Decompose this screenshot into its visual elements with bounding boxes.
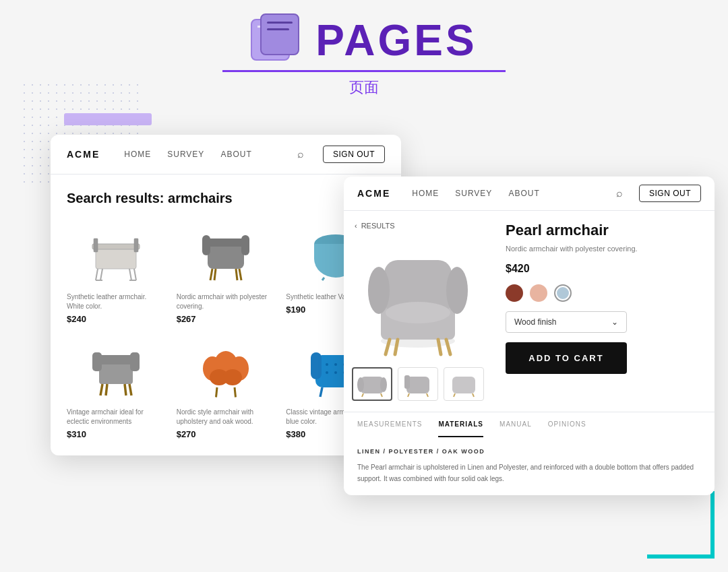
detail-content: LINEN / POLYESTER / OAK WOOD The Pearl a… [344, 437, 715, 495]
detail-signout-button[interactable]: SIGN OUT [639, 185, 701, 202]
back-chevron-icon: ‹ [355, 222, 357, 230]
svg-line-69 [454, 393, 455, 397]
detail-window: ACME HOME SURVEY ABOUT ⌕ SIGN OUT ‹ RESU… [344, 177, 715, 495]
materials-tags: LINEN / POLYESTER / OAK WOOD [357, 448, 701, 455]
logo-area: PAGES [251, 13, 477, 67]
product-name: Pearl armchair [506, 222, 701, 239]
svg-rect-26 [130, 352, 140, 371]
search-icon[interactable]: ⌕ [297, 148, 304, 160]
detail-nav-brand: ACME [357, 188, 390, 199]
back-to-results[interactable]: ‹ RESULTS [355, 222, 395, 230]
logo-icon [251, 13, 305, 67]
header-area: PAGES 页面 [0, 13, 728, 98]
svg-point-44 [326, 371, 328, 374]
thumbnail-3[interactable] [444, 367, 484, 401]
product-card-1[interactable]: Synthetic leather armchair. White color.… [67, 220, 166, 324]
svg-line-5 [134, 269, 136, 280]
detail-nav-links: HOME SURVEY ABOUT [412, 189, 539, 198]
add-to-cart-button[interactable]: ADD TO CART [506, 342, 627, 374]
svg-line-4 [96, 269, 98, 280]
svg-point-45 [334, 371, 337, 374]
detail-nav-about[interactable]: ABOUT [508, 189, 539, 198]
detail-left-panel: ‹ RESULTS [344, 211, 492, 412]
detail-nav-home[interactable]: HOME [412, 189, 439, 198]
product-desc-1: Synthetic leather armchair. White color. [67, 292, 166, 311]
detail-search-icon[interactable]: ⌕ [616, 187, 623, 199]
svg-rect-59 [361, 377, 384, 393]
materials-description: The Pearl armchair is upholstered in Lin… [357, 462, 701, 484]
svg-line-14 [210, 269, 212, 280]
product-detail-price: $420 [506, 263, 701, 275]
svg-point-54 [386, 302, 450, 323]
search-signout-button[interactable]: SIGN OUT [323, 146, 385, 163]
detail-body: ‹ RESULTS [344, 211, 715, 412]
product-image-4 [67, 335, 166, 402]
thumbnail-1[interactable] [352, 367, 392, 401]
svg-line-47 [320, 387, 322, 397]
product-card-5[interactable]: Nordic style armchair with upholstery an… [177, 335, 276, 439]
product-image-2 [177, 220, 276, 287]
svg-point-42 [334, 363, 337, 366]
tab-opinions[interactable]: OPINIONS [548, 412, 586, 437]
chair-svg-4 [86, 340, 146, 398]
svg-line-16 [214, 269, 216, 280]
product-price-2: $267 [177, 314, 276, 324]
product-card-2[interactable]: Nordic armchair with polyester covering.… [177, 220, 276, 324]
products-grid: Synthetic leather armchair. White color.… [67, 220, 385, 439]
thumbnail-row [352, 367, 484, 401]
svg-line-28 [129, 384, 131, 395]
thumb-svg-1 [355, 370, 389, 398]
svg-point-60 [357, 377, 364, 392]
tab-measurements[interactable]: MEASUREMENTS [357, 412, 422, 437]
thumbnail-2[interactable] [398, 367, 438, 401]
svg-point-53 [446, 267, 468, 314]
product-card-4[interactable]: Vintage armchair ideal for eclectic envi… [67, 335, 166, 439]
svg-line-62 [362, 393, 363, 397]
search-nav-survey[interactable]: SURVEY [167, 150, 204, 159]
svg-point-35 [223, 369, 242, 385]
svg-rect-11 [205, 239, 247, 247]
detail-nav-survey[interactable]: SURVEY [455, 189, 492, 198]
svg-point-61 [380, 377, 387, 392]
product-desc-4: Vintage armchair ideal for eclectic envi… [67, 408, 166, 426]
search-nav-about[interactable]: ABOUT [220, 150, 251, 159]
svg-line-70 [473, 393, 474, 397]
detail-tabs: MEASUREMENTS MATERIALS MANUAL OPINIONS [344, 412, 715, 437]
svg-rect-2 [94, 239, 98, 252]
thumb-svg-3 [447, 370, 481, 398]
svg-line-6 [100, 269, 102, 280]
svg-rect-39 [311, 352, 322, 379]
logo-title: PAGES [315, 15, 477, 65]
svg-line-37 [233, 387, 237, 397]
finish-dropdown[interactable]: Wood finish ⌄ [506, 311, 627, 333]
color-swatch-peach[interactable] [530, 284, 547, 302]
bg-purple-bar [64, 113, 152, 125]
svg-line-63 [381, 393, 382, 397]
color-swatch-brown[interactable] [506, 284, 523, 302]
logo-subtitle: 页面 [349, 77, 379, 98]
svg-rect-12 [202, 235, 210, 255]
thumb-svg-2 [401, 370, 435, 398]
svg-rect-3 [134, 239, 138, 252]
svg-line-67 [427, 393, 428, 397]
svg-line-17 [236, 269, 237, 280]
back-label: RESULTS [361, 222, 395, 230]
color-swatch-blue-grey[interactable] [554, 284, 572, 302]
chair-svg-5 [195, 340, 256, 398]
product-price-5: $270 [177, 429, 276, 439]
tab-materials[interactable]: MATERIALS [438, 412, 483, 437]
detail-right-panel: Pearl armchair Nordic armchair with poly… [492, 211, 715, 412]
svg-rect-64 [406, 377, 429, 393]
chair-svg-2 [195, 225, 256, 282]
product-desc-5: Nordic style armchair with upholstery an… [177, 408, 276, 426]
svg-rect-68 [452, 377, 475, 393]
svg-point-52 [368, 267, 390, 314]
svg-line-7 [129, 269, 131, 280]
search-nav-home[interactable]: HOME [124, 150, 151, 159]
finish-label: Wood finish [514, 317, 556, 327]
tab-manual[interactable]: MANUAL [499, 412, 532, 437]
svg-line-21 [322, 278, 324, 280]
svg-rect-13 [241, 235, 249, 255]
search-nav-brand: ACME [67, 149, 100, 160]
search-navbar: ACME HOME SURVEY ABOUT ⌕ SIGN OUT [51, 135, 401, 174]
